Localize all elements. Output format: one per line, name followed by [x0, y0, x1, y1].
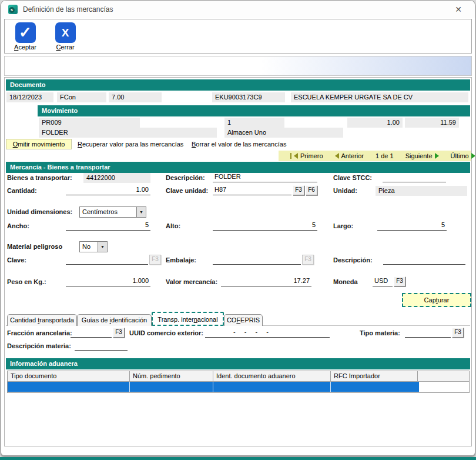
goods-value-field[interactable]: 17.27: [221, 277, 311, 286]
document-client-field: ESCUELA KEMPER URGATE SA DE CV: [291, 92, 468, 102]
accept-button-label: Aceptar: [14, 44, 36, 51]
first-icon: [290, 153, 291, 159]
recover-value-button[interactable]: Recuperar valor para las mercancías: [78, 141, 183, 148]
column-header-rfc-importador: RFC Importador: [331, 371, 418, 381]
dimension-unit-label: Unidad dimensiones:: [7, 208, 72, 215]
accept-button[interactable]: ✓ Aceptar: [9, 22, 41, 51]
nav-first-label: Primero: [300, 152, 323, 159]
currency-field[interactable]: USD: [373, 277, 393, 286]
chevron-down-icon[interactable]: ▼: [98, 242, 107, 252]
chevron-down-icon[interactable]: ▼: [136, 207, 146, 217]
nav-last-button[interactable]: Último: [445, 152, 475, 159]
nav-previous-label: Anterior: [341, 152, 364, 159]
caption-band: [4, 56, 472, 76]
nav-next-label: Siguiente: [405, 152, 433, 159]
currency-f3-button[interactable]: F3: [394, 276, 405, 286]
nav-last-label: Último: [451, 152, 469, 159]
goods-code-field: 44122000: [83, 173, 150, 183]
main-toolbar: ✓ Aceptar X Cerrar: [4, 19, 472, 54]
goods-section-header: Mercancía - Bienes a transportar: [6, 162, 470, 173]
column-header-tipo-documento: Tipo documento: [8, 371, 130, 381]
hazardous-material-value: No: [80, 242, 98, 252]
last-arrow-icon: [471, 153, 475, 159]
material-type-field[interactable]: [405, 328, 451, 338]
table-cell: [8, 382, 130, 392]
dimension-unit-value: Centímetros: [80, 207, 136, 217]
skip-movement-button[interactable]: Omitir movimiento: [6, 139, 72, 149]
uuid-field[interactable]: - - - -: [205, 328, 330, 338]
tariff-fraction-field[interactable]: [71, 328, 112, 338]
previous-arrow-icon: [335, 153, 339, 159]
next-arrow-icon: [435, 153, 439, 159]
nav-previous-button[interactable]: Anterior: [329, 152, 370, 159]
nav-next-button[interactable]: Siguiente: [400, 152, 445, 159]
unit-key-f6-button[interactable]: F6: [306, 185, 317, 195]
movement-quantity-field: 1: [224, 118, 284, 128]
packaging-field[interactable]: [213, 255, 301, 265]
tab-strip: Cantidad transportada Guías de identific…: [6, 314, 470, 326]
width-label: Ancho:: [7, 222, 29, 229]
hazard-key-field[interactable]: [66, 255, 148, 265]
dimension-unit-dropdown[interactable]: Centímetros ▼: [79, 206, 146, 218]
customs-info-header: Información aduanera: [6, 358, 470, 369]
unit-key-field[interactable]: H87: [213, 186, 291, 195]
title-bar: s Definición de las mercancías ✕: [1, 1, 475, 18]
quantity-field[interactable]: 1.00: [66, 186, 150, 195]
tab-cofepris[interactable]: COFEPRIS: [224, 314, 263, 326]
quantity-label: Cantidad:: [7, 187, 37, 194]
weight-field[interactable]: 1.000: [66, 277, 150, 286]
width-field[interactable]: 5: [66, 221, 150, 231]
tab-cantidad-transportada[interactable]: Cantidad transportada: [7, 314, 77, 326]
app-logo-icon: s: [8, 5, 18, 14]
movement-product-field: PR009: [39, 118, 140, 128]
document-folio-field: 7.00: [109, 92, 162, 102]
capture-button[interactable]: Capturar: [402, 293, 471, 307]
movement-section-header: Movimiento: [38, 105, 470, 116]
clear-value-button[interactable]: Borrar el valor de las mercancías: [192, 141, 286, 148]
hazardous-material-dropdown[interactable]: No ▼: [79, 241, 108, 252]
close-button-label: Cerrar: [56, 44, 74, 51]
description-field[interactable]: FOLDER: [213, 173, 317, 182]
hazard-description-field[interactable]: [383, 255, 465, 265]
length-label: Largo:: [333, 222, 353, 229]
material-type-f3-button[interactable]: F3: [452, 328, 464, 338]
unit-field: Pieza: [376, 186, 467, 196]
height-field[interactable]: 5: [213, 221, 317, 231]
material-description-label: Descripción materia:: [7, 342, 71, 349]
tab-guias-identificacion[interactable]: Guías de identificación: [77, 314, 152, 326]
movement-cost-field: 1.00: [347, 118, 403, 128]
stcc-key-field[interactable]: [383, 173, 446, 182]
goods-value-label: Valor mercancía:: [166, 278, 217, 285]
first-arrow-icon: [294, 153, 298, 159]
table-row[interactable]: [8, 382, 419, 392]
nav-position-indicator: 1 de 1: [370, 152, 400, 159]
nav-first-button[interactable]: Primero: [284, 152, 329, 159]
close-icon[interactable]: ✕: [455, 5, 462, 14]
length-field[interactable]: 5: [377, 221, 447, 231]
description-label: Descripción:: [166, 174, 205, 181]
packaging-label: Embalaje:: [166, 256, 196, 264]
window-title: Definición de las mercancías: [23, 5, 113, 14]
unit-label: Unidad:: [333, 187, 357, 194]
tariff-fraction-f3-button[interactable]: F3: [113, 328, 125, 338]
x-icon: X: [55, 22, 76, 43]
column-header-filler: [418, 371, 469, 381]
unit-key-label: Clave unidad:: [166, 187, 208, 194]
movement-price-field: 11.59: [405, 118, 459, 128]
check-icon: ✓: [15, 22, 36, 43]
material-type-label: Tipo materia:: [360, 329, 400, 336]
content-panel: Documento 18/12/2023 FCon 7.00 EKU900317…: [4, 77, 472, 446]
material-description-field[interactable]: [75, 341, 128, 351]
hazard-key-f3-button: F3: [149, 255, 161, 265]
close-button[interactable]: X Cerrar: [49, 22, 81, 51]
hazard-description-label: Descripción:: [333, 256, 373, 264]
unit-key-f3-button[interactable]: F3: [293, 185, 304, 195]
customs-table: Tipo documento Núm. pedimento Ident. doc…: [7, 371, 470, 393]
table-cell: [331, 382, 419, 392]
hazardous-material-label: Material peligroso: [7, 243, 62, 250]
movement-description-field: FOLDER: [39, 128, 217, 138]
tab-transp-internacional[interactable]: Transp. internacional: [152, 312, 224, 326]
currency-label: Moneda: [333, 278, 358, 285]
document-section-header: Documento: [6, 79, 470, 91]
column-header-ident-documento: Ident. documento aduanero: [213, 371, 331, 381]
